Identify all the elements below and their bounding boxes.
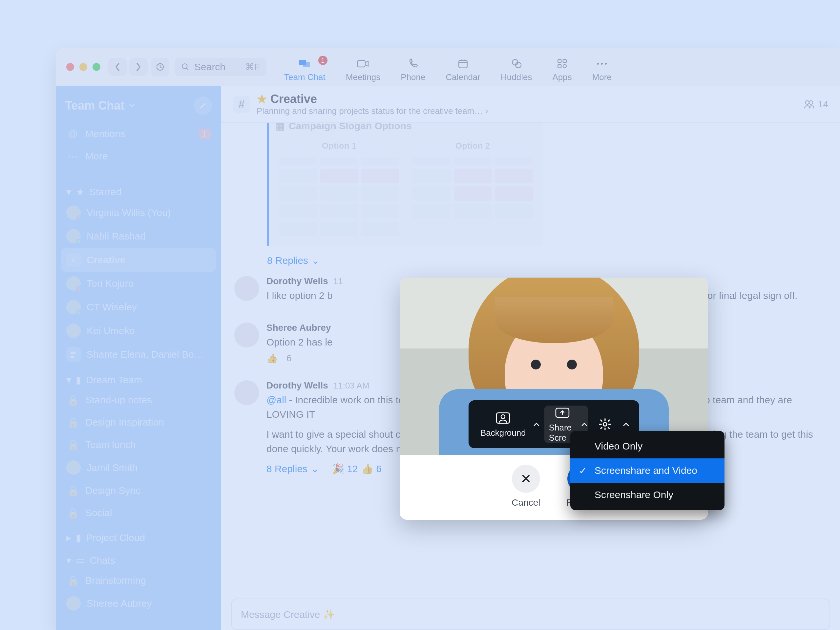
tab-more[interactable]: More bbox=[592, 54, 612, 86]
reaction[interactable]: 👍 6 bbox=[361, 463, 382, 474]
svg-point-13 bbox=[605, 63, 607, 65]
search-input[interactable]: Search ⌘F bbox=[175, 58, 267, 76]
close-window-button[interactable] bbox=[66, 63, 74, 71]
message-author[interactable]: Dorothy Wells bbox=[267, 380, 328, 391]
sidebar-item-user[interactable]: Virginia Willis (You) bbox=[61, 201, 216, 224]
sidebar-item-group[interactable]: Shante Elena, Daniel Bow… bbox=[61, 343, 216, 366]
calendar-icon bbox=[456, 57, 469, 70]
sidebar-item-channel[interactable]: 🔒Social bbox=[61, 502, 216, 524]
svg-point-19 bbox=[501, 415, 505, 419]
svg-point-15 bbox=[74, 351, 76, 354]
message-composer[interactable]: Message Creative ✨ bbox=[231, 598, 830, 630]
sidebar-item-channel[interactable]: 🔒Stand-up notes bbox=[61, 389, 216, 411]
svg-point-14 bbox=[71, 351, 74, 354]
message-author[interactable]: Dorothy Wells bbox=[267, 276, 328, 286]
members-count: 14 bbox=[818, 99, 828, 110]
sidebar-item-user[interactable]: Tori Kojuro bbox=[61, 272, 216, 295]
avatar bbox=[66, 596, 81, 611]
section-dream-team[interactable]: ▾ ▮ Dream Team bbox=[61, 366, 216, 389]
sidebar-item-label: Nabil Rashad bbox=[87, 231, 146, 242]
share-options-button[interactable] bbox=[581, 417, 588, 431]
avatar[interactable] bbox=[234, 276, 259, 301]
menu-item-screenshare-only[interactable]: Screenshare Only bbox=[570, 483, 725, 507]
sidebar-item-channel[interactable]: 🔒Brainstorming bbox=[61, 569, 216, 592]
hash-icon: # bbox=[66, 253, 81, 267]
history-button[interactable] bbox=[151, 58, 169, 76]
tab-huddles[interactable]: Huddles bbox=[501, 54, 532, 86]
video-icon bbox=[357, 57, 370, 70]
settings-options-button[interactable] bbox=[620, 417, 632, 431]
svg-rect-8 bbox=[563, 59, 566, 63]
lock-icon: 🔒 bbox=[66, 506, 79, 519]
tab-meetings[interactable]: Meetings bbox=[346, 54, 381, 86]
sidebar-item-channel[interactable]: 🔒Design Sync bbox=[61, 479, 216, 502]
section-chats[interactable]: ▾ ▭ Chats bbox=[61, 547, 216, 569]
menu-item-video-only[interactable]: Video Only bbox=[570, 434, 725, 458]
share-screen-icon bbox=[552, 406, 573, 420]
channel-header: # ★ Creative Planning and sharing projec… bbox=[221, 86, 840, 123]
sidebar-item-more[interactable]: ⋯ More bbox=[61, 145, 216, 167]
compose-button[interactable] bbox=[194, 96, 212, 115]
section-starred[interactable]: ▾ ★ Starred bbox=[61, 178, 216, 201]
maximize-window-button[interactable] bbox=[93, 63, 100, 71]
sidebar-item-channel[interactable]: 🔒Design Inspiration bbox=[61, 411, 216, 433]
background-button[interactable]: Background bbox=[476, 411, 531, 438]
channel-title[interactable]: ★ Creative bbox=[257, 92, 488, 106]
background-options-button[interactable] bbox=[531, 417, 542, 431]
sidebar-item-channel[interactable]: 🔒Team lunch bbox=[61, 433, 216, 456]
apps-icon bbox=[556, 57, 568, 70]
phone-icon bbox=[407, 57, 420, 70]
sidebar-item-creative[interactable]: #Creative bbox=[61, 248, 216, 272]
tab-team-chat[interactable]: 1 Team Chat bbox=[284, 54, 325, 86]
button-label: Cancel bbox=[512, 497, 540, 508]
svg-rect-2 bbox=[303, 62, 310, 67]
doc-icon: ▦ bbox=[276, 123, 285, 131]
video-recorder-popup: Background Share Scre bbox=[399, 278, 708, 520]
sidebar-item-user[interactable]: Nabil Rashad bbox=[61, 224, 216, 248]
svg-point-11 bbox=[597, 63, 599, 65]
channel-name: Creative bbox=[270, 92, 317, 106]
menu-item-screenshare-and-video[interactable]: Screenshare and Video bbox=[570, 458, 725, 483]
document-preview[interactable]: ▦Campaign Slogan Options Option 1 bbox=[267, 123, 543, 246]
settings-button[interactable] bbox=[590, 417, 620, 431]
message-author[interactable]: Sheree Aubrey bbox=[267, 322, 331, 333]
star-icon: ★ bbox=[76, 186, 85, 197]
section-label: Chats bbox=[90, 555, 115, 566]
caret-down-icon: ▾ bbox=[66, 186, 71, 197]
avatar[interactable] bbox=[234, 322, 259, 347]
thread-replies-link[interactable]: 8 Replies ⌄ bbox=[267, 255, 827, 266]
option-header: Option 1 bbox=[279, 141, 399, 151]
folder-icon: ▮ bbox=[76, 374, 81, 385]
tab-phone[interactable]: Phone bbox=[401, 54, 425, 86]
nav-forward-button[interactable] bbox=[129, 58, 148, 76]
chat-icon bbox=[298, 57, 311, 70]
channel-members-button[interactable]: 14 bbox=[804, 99, 828, 110]
reaction[interactable]: 🎉 12 bbox=[332, 463, 358, 474]
avatar bbox=[66, 460, 81, 475]
sidebar-item-mentions[interactable]: @ Mentions 1 bbox=[61, 123, 216, 145]
doc-title-text: Campaign Slogan Options bbox=[289, 123, 412, 131]
tab-chat-badge: 1 bbox=[318, 56, 327, 65]
message-ts: 11 bbox=[333, 276, 343, 286]
chevron-down-icon[interactable] bbox=[128, 102, 136, 110]
avatar[interactable] bbox=[234, 380, 259, 405]
sidebar-item-user[interactable]: Jamil Smith bbox=[61, 456, 216, 479]
avatar bbox=[66, 276, 81, 291]
svg-point-16 bbox=[805, 100, 809, 104]
tab-calendar[interactable]: Calendar bbox=[445, 54, 480, 86]
cancel-button[interactable]: ✕ Cancel bbox=[512, 465, 540, 508]
tab-apps[interactable]: Apps bbox=[552, 54, 572, 86]
mention[interactable]: @all bbox=[267, 395, 286, 405]
sidebar-item-label: Team lunch bbox=[85, 439, 136, 450]
minimize-window-button[interactable] bbox=[79, 63, 87, 71]
sidebar-item-label: Mentions bbox=[85, 128, 125, 139]
channel-topic[interactable]: Planning and sharing projects status for… bbox=[257, 106, 488, 116]
sidebar-item-user[interactable]: CT Wiseley bbox=[61, 295, 216, 319]
section-project-cloud[interactable]: ▸ ▮ Project Cloud bbox=[61, 524, 216, 547]
tab-label: Meetings bbox=[346, 72, 381, 82]
svg-rect-7 bbox=[558, 59, 561, 63]
sidebar-item-user[interactable]: Sheree Aubrey bbox=[61, 592, 216, 615]
nav-back-button[interactable] bbox=[108, 58, 127, 76]
sidebar-item-user[interactable]: Kei Umeko bbox=[61, 319, 216, 343]
sidebar-item-label: CT Wiseley bbox=[87, 302, 137, 313]
